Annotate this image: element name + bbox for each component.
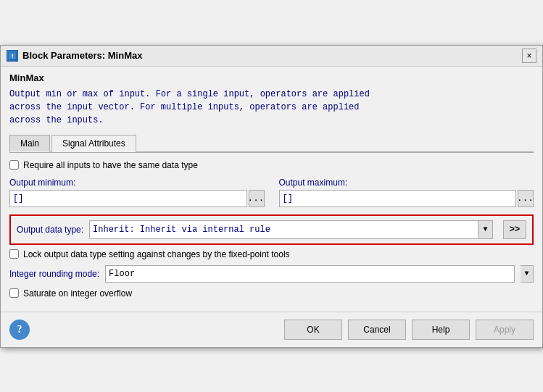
output-minmax-row: Output minimum: ... Output maximum: ...	[9, 178, 534, 207]
tab-signal-attributes[interactable]: Signal Attributes	[51, 135, 136, 152]
saturate-checkbox[interactable]	[9, 288, 19, 298]
output-maximum-input-row: ...	[279, 190, 534, 207]
output-datatype-label: Output data type:	[17, 225, 83, 235]
output-minimum-label: Output minimum:	[9, 178, 265, 188]
title-bar: f Block Parameters: MinMax ×	[1, 46, 542, 67]
output-maximum-input[interactable]	[279, 190, 517, 207]
close-button[interactable]: ×	[522, 49, 536, 63]
output-maximum-label: Output maximum:	[279, 178, 534, 188]
integer-rounding-arrow[interactable]: ▼	[521, 265, 534, 283]
require-same-datatype-row: Require all inputs to have the same data…	[9, 160, 534, 170]
require-same-datatype-checkbox[interactable]	[9, 160, 19, 170]
output-minimum-col: Output minimum: ...	[9, 178, 265, 207]
output-datatype-select[interactable]: Inherit: Inherit via internal rule Inher…	[89, 220, 478, 239]
integer-rounding-row: Integer rounding mode: Ceiling Convergen…	[9, 265, 534, 283]
block-name: MinMax	[9, 72, 534, 83]
lock-datatype-row: Lock output data type setting against ch…	[9, 249, 534, 259]
output-maximum-col: Output maximum: ...	[279, 178, 534, 207]
help-button[interactable]: Help	[412, 320, 470, 340]
output-maximum-dots-button[interactable]: ...	[518, 190, 534, 207]
cancel-button[interactable]: Cancel	[348, 320, 406, 340]
dialog-body: MinMax Output min or max of input. For a…	[1, 67, 542, 312]
output-datatype-row: Output data type: Inherit: Inherit via i…	[9, 214, 534, 245]
bottom-bar: ? OK Cancel Help Apply	[1, 312, 542, 347]
title-bar-icon: f	[7, 50, 18, 62]
integer-rounding-select[interactable]: Ceiling Convergent Floor Nearest Round S…	[105, 265, 515, 283]
output-minimum-input-row: ...	[9, 190, 265, 207]
lock-datatype-label: Lock output data type setting against ch…	[23, 249, 290, 259]
require-same-datatype-label: Require all inputs to have the same data…	[23, 160, 198, 170]
help-icon-button[interactable]: ?	[9, 320, 30, 340]
title-bar-title: Block Parameters: MinMax	[22, 50, 522, 61]
saturate-row: Saturate on integer overflow	[9, 288, 534, 299]
output-minimum-input[interactable]	[9, 190, 247, 207]
saturate-label: Saturate on integer overflow	[23, 288, 132, 299]
tab-content: Require all inputs to have the same data…	[9, 152, 534, 299]
apply-button[interactable]: Apply	[476, 320, 534, 340]
integer-rounding-label: Integer rounding mode:	[9, 269, 99, 279]
output-minimum-dots-button[interactable]: ...	[249, 190, 265, 207]
description-text: Output min or max of input. For a single…	[9, 88, 534, 127]
output-datatype-double-arrow-button[interactable]: >>	[503, 220, 526, 239]
tab-main[interactable]: Main	[9, 135, 50, 152]
output-datatype-dropdown-container: Inherit: Inherit via internal rule Inher…	[89, 220, 493, 239]
ok-button[interactable]: OK	[284, 320, 342, 340]
output-datatype-dropdown-arrow[interactable]: ▼	[478, 220, 493, 239]
dialog-window: f Block Parameters: MinMax × MinMax Outp…	[0, 45, 543, 348]
lock-datatype-checkbox[interactable]	[9, 249, 19, 259]
